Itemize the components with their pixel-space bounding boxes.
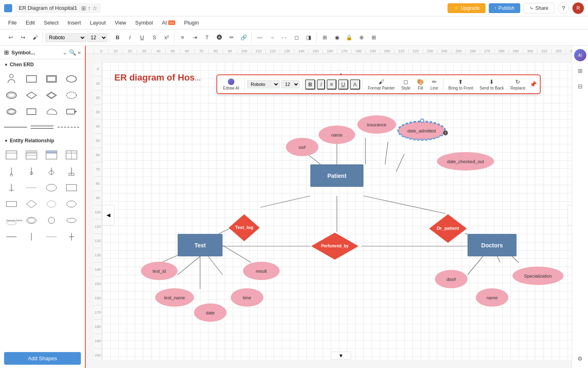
- attr-ss[interactable]: ss#: [286, 138, 318, 156]
- attr-insurance[interactable]: insurance: [357, 115, 396, 134]
- shape-multivalued[interactable]: [3, 104, 20, 119]
- er-line-1[interactable]: [3, 229, 20, 244]
- er-ellipse-3[interactable]: [23, 213, 40, 228]
- tab-title[interactable]: ER Diagram of Hospital1 ⊞ ↑ ☆: [16, 3, 101, 13]
- lock-btn[interactable]: 🔒: [343, 32, 355, 43]
- bold-float[interactable]: B: [305, 79, 315, 90]
- menu-select[interactable]: Select: [40, 18, 62, 27]
- crop-btn[interactable]: ⊞: [319, 32, 330, 43]
- entity-relationship-header[interactable]: ▼ Entity Relationship: [0, 135, 85, 146]
- shape-attribute[interactable]: [63, 72, 80, 86]
- attr-doc-name[interactable]: name: [476, 288, 508, 307]
- er-dotted-circle[interactable]: [43, 197, 60, 211]
- canvas-inner[interactable]: 0 10 20 30 40 50 60 70 80 90 100 110 120…: [94, 54, 572, 360]
- preview-icon[interactable]: ⊞: [81, 5, 86, 11]
- menu-plugin[interactable]: Plugin: [180, 18, 203, 27]
- diagram-canvas[interactable]: ER diagram of Hos... Patient Test Doctor…: [102, 62, 572, 360]
- er-table-3[interactable]: [43, 148, 60, 162]
- er-ellipse-1[interactable]: [43, 180, 60, 195]
- line-style-btn[interactable]: —: [254, 32, 265, 43]
- er-conn-1[interactable]: [3, 164, 20, 179]
- star-icon[interactable]: ☆: [92, 5, 98, 11]
- er-table-1[interactable]: [3, 148, 20, 162]
- entity-doctors[interactable]: Doctors: [468, 234, 517, 256]
- line-double[interactable]: [30, 122, 54, 132]
- size-select-float[interactable]: 12: [281, 80, 300, 88]
- attr-result[interactable]: result: [243, 262, 280, 280]
- shape-label[interactable]: [63, 104, 80, 119]
- attr-date-checked-out[interactable]: date_checked_out: [437, 152, 494, 171]
- float-toolbar-pin[interactable]: 📌: [530, 81, 537, 88]
- relation-dr-patient[interactable]: Dr_patient: [429, 213, 468, 244]
- font-select-float[interactable]: Roboto: [247, 80, 280, 88]
- line-dashed[interactable]: [57, 122, 81, 132]
- er-circle-1[interactable]: [43, 213, 60, 228]
- shadow-btn[interactable]: ◨: [303, 32, 314, 43]
- nav-arrow-right[interactable]: ▶: [568, 205, 572, 225]
- avatar[interactable]: R: [572, 2, 584, 14]
- underline-float[interactable]: U: [338, 79, 348, 90]
- menu-file[interactable]: File: [4, 18, 21, 27]
- italic-btn[interactable]: I: [124, 32, 136, 43]
- extra-btn[interactable]: ⊕: [356, 32, 367, 43]
- format-painter-float[interactable]: 🖌 Format Painter: [365, 77, 397, 92]
- menu-edit[interactable]: Edit: [22, 18, 39, 27]
- font-color-btn[interactable]: 🅐: [214, 32, 225, 43]
- superscript-btn[interactable]: x²: [161, 32, 172, 43]
- mask-btn[interactable]: ◉: [331, 32, 343, 43]
- bring-front-float[interactable]: ⬆ Bring to Front: [446, 77, 476, 92]
- shape-cloud[interactable]: [43, 104, 60, 119]
- er-conn-3[interactable]: [43, 164, 60, 179]
- ai-assist-button[interactable]: AI: [574, 49, 586, 61]
- send-back-float[interactable]: ⬇ Send to Back: [477, 77, 506, 92]
- er-conn-4[interactable]: [63, 164, 80, 179]
- sidebar-dropdown-icon[interactable]: ⌄: [62, 49, 67, 56]
- entity-patient[interactable]: Patient: [310, 164, 363, 187]
- attr-test-name[interactable]: test_name: [155, 288, 194, 307]
- indent-btn[interactable]: ⇥: [189, 32, 200, 43]
- er-conn-2[interactable]: [23, 164, 40, 179]
- line-float[interactable]: ✏ Line: [428, 77, 441, 92]
- style-float[interactable]: ◻ Style: [399, 77, 413, 92]
- help-button[interactable]: ?: [558, 2, 569, 14]
- menu-symbol[interactable]: Symbol: [131, 18, 157, 27]
- bold-btn[interactable]: B: [112, 32, 123, 43]
- entity-test[interactable]: Test: [178, 234, 223, 256]
- relation-test-log[interactable]: Test_log: [228, 213, 261, 242]
- er-ellipse-4[interactable]: [63, 213, 80, 228]
- chen-erd-header[interactable]: ▼ Chen ERD: [0, 59, 85, 70]
- menu-layout[interactable]: Layout: [86, 18, 110, 27]
- size-select[interactable]: 12: [87, 33, 107, 42]
- italic-float[interactable]: I: [317, 79, 325, 90]
- attr-specialization[interactable]: Specialization: [512, 267, 564, 285]
- fill-float[interactable]: 🎨 Fill: [414, 77, 426, 92]
- menu-insert[interactable]: Insert: [64, 18, 85, 27]
- nav-arrow-left[interactable]: ◀: [102, 205, 114, 225]
- er-conn-6[interactable]: [23, 180, 40, 195]
- highlight-btn[interactable]: ✏: [226, 32, 237, 43]
- er-table-4[interactable]: [63, 148, 80, 162]
- link-btn[interactable]: 🔗: [238, 32, 249, 43]
- underline-btn[interactable]: U: [136, 32, 148, 43]
- attr-test-id[interactable]: test_id: [141, 262, 178, 280]
- nav-arrow-down[interactable]: ▼: [331, 352, 351, 360]
- properties-button[interactable]: ⊞: [574, 65, 586, 77]
- shape-box[interactable]: [23, 104, 40, 119]
- er-ellipse-2[interactable]: [63, 197, 80, 211]
- settings-right-button[interactable]: ⚙: [574, 352, 586, 365]
- text-float[interactable]: A: [350, 79, 360, 90]
- shape-derived-attr[interactable]: [63, 88, 80, 103]
- attr-dss[interactable]: dss#: [435, 270, 468, 288]
- attr-time[interactable]: time: [231, 288, 263, 307]
- er-line-3[interactable]: [43, 229, 60, 244]
- format-painter-btn[interactable]: 🖌: [29, 32, 41, 43]
- shape-person[interactable]: [3, 72, 20, 86]
- layers-button[interactable]: ⊟: [574, 80, 586, 92]
- text-btn[interactable]: T: [201, 32, 213, 43]
- er-rect-1[interactable]: [63, 180, 80, 195]
- add-shapes-button[interactable]: Add Shapes: [4, 352, 81, 365]
- publish-button[interactable]: ↑ Publish: [489, 3, 520, 13]
- share-button[interactable]: ⤷ Share: [523, 3, 555, 13]
- menu-view[interactable]: View: [111, 18, 130, 27]
- line-end-btn[interactable]: →: [266, 32, 278, 43]
